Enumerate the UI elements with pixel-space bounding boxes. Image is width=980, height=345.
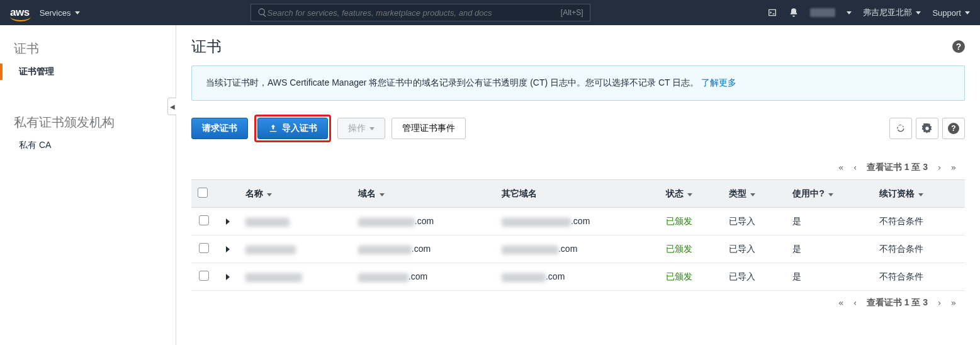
sort-caret-icon [750, 193, 755, 196]
pager-first[interactable]: « [838, 298, 843, 308]
action-bar-right: ? [889, 118, 965, 139]
banner-learn-more-link[interactable]: 了解更多 [701, 77, 736, 88]
cell-renewal: 不符合条件 [873, 235, 965, 263]
cell-in-use: 是 [786, 235, 872, 263]
certificates-table: 名称 域名 其它域名 状态 类型 使用中? 续订资格 .com .com 已颁发… [191, 179, 965, 291]
col-header-in-use[interactable]: 使用中? [786, 180, 872, 208]
import-highlight: 导入证书 [254, 115, 331, 142]
cell-domain: .com [352, 235, 495, 263]
pager-last[interactable]: » [951, 298, 956, 308]
pager-label: 查看证书 1 至 3 [867, 297, 928, 308]
expand-row-icon[interactable] [226, 218, 230, 225]
select-all-checkbox[interactable] [198, 188, 208, 198]
search-input[interactable] [268, 8, 561, 18]
table-row: .com .com 已颁发 已导入 是 不符合条件 [191, 235, 965, 263]
bell-icon[interactable] [789, 8, 799, 18]
col-header-other-domains[interactable]: 其它域名 [495, 180, 660, 208]
global-search[interactable]: [Alt+S] [251, 4, 590, 21]
main-content: 证书 ? 当续订证书时，AWS Certificate Manager 将您证书… [176, 25, 980, 345]
cell-in-use: 是 [786, 263, 872, 291]
cell-domain: .com [352, 263, 495, 291]
sidebar-group-certificates: 证书 [0, 37, 176, 64]
sidebar-group-pca: 私有证书颁发机构 [0, 110, 176, 137]
gear-icon [922, 123, 932, 133]
actions-label: 操作 [348, 123, 366, 134]
actions-dropdown[interactable]: 操作 [337, 118, 385, 139]
sort-caret-icon [828, 193, 833, 196]
pager-prev[interactable]: ‹ [852, 162, 857, 172]
banner-text: 当续订证书时，AWS Certificate Manager 将您证书中的域名记… [206, 77, 699, 88]
col-header-domain[interactable]: 域名 [352, 180, 495, 208]
app-shell: ◀ 证书 证书管理 私有证书颁发机构 私有 CA 证书 ? 当续订证书时，AWS… [0, 25, 980, 345]
top-nav-right: 弗吉尼亚北部 Support [767, 7, 970, 18]
row-checkbox[interactable] [199, 271, 209, 281]
cell-status: 已颁发 [660, 235, 723, 263]
pager-last[interactable]: » [951, 162, 956, 172]
page-header: 证书 ? [191, 37, 965, 57]
col-header-renewal[interactable]: 续订资格 [873, 180, 965, 208]
cell-type: 已导入 [723, 235, 786, 263]
cell-name [239, 208, 352, 235]
account-caret-icon [847, 11, 852, 14]
sidebar-collapse-handle[interactable]: ◀ [167, 98, 176, 115]
table-row: .com .com 已颁发 已导入 是 不符合条件 [191, 263, 965, 291]
pager-prev[interactable]: ‹ [852, 298, 857, 308]
expand-row-icon[interactable] [226, 274, 230, 280]
settings-button[interactable] [916, 118, 938, 139]
row-checkbox[interactable] [199, 215, 209, 225]
pager-label: 查看证书 1 至 3 [867, 162, 928, 173]
services-menu[interactable]: Services [40, 8, 80, 18]
sort-caret-icon [918, 193, 923, 196]
refresh-icon [896, 123, 906, 133]
pager-bottom: « ‹ 查看证书 1 至 3 › » [191, 291, 965, 315]
action-bar: 请求证书 导入证书 操作 管理证书事件 ? [191, 115, 965, 142]
caret-down-icon [916, 11, 921, 14]
support-menu[interactable]: Support [932, 8, 970, 18]
pager-top: « ‹ 查看证书 1 至 3 › » [191, 156, 965, 179]
manage-events-button[interactable]: 管理证书事件 [391, 118, 466, 139]
cell-type: 已导入 [723, 263, 786, 291]
help-button[interactable]: ? [942, 118, 965, 139]
support-label: Support [932, 8, 961, 18]
ct-info-banner: 当续订证书时，AWS Certificate Manager 将您证书中的域名记… [191, 65, 965, 101]
cell-other-domains: .com [495, 235, 660, 263]
page-title: 证书 [191, 37, 222, 57]
request-certificate-button[interactable]: 请求证书 [191, 118, 248, 139]
search-shortcut: [Alt+S] [561, 8, 583, 17]
col-header-status[interactable]: 状态 [660, 180, 723, 208]
cell-other-domains: .com [495, 208, 660, 235]
cell-renewal: 不符合条件 [873, 263, 965, 291]
cell-type: 已导入 [723, 208, 786, 235]
sort-caret-icon [267, 193, 272, 196]
cell-other-domains: .com [495, 263, 660, 291]
region-label: 弗吉尼亚北部 [863, 7, 912, 18]
question-icon: ? [948, 123, 959, 134]
row-checkbox[interactable] [199, 243, 209, 253]
cell-name [239, 235, 352, 263]
expand-row-icon[interactable] [226, 246, 230, 252]
help-icon[interactable]: ? [952, 40, 965, 53]
sort-caret-icon [687, 193, 692, 196]
upload-icon [268, 123, 278, 133]
col-header-name[interactable]: 名称 [239, 180, 352, 208]
refresh-button[interactable] [889, 118, 912, 139]
account-label-redacted[interactable] [810, 8, 835, 17]
sort-caret-icon [380, 193, 385, 196]
col-header-type[interactable]: 类型 [723, 180, 786, 208]
cell-in-use: 是 [786, 208, 872, 235]
pager-next[interactable]: › [937, 162, 942, 172]
cell-name [239, 263, 352, 291]
search-icon [257, 8, 268, 18]
caret-down-icon [369, 127, 375, 130]
import-certificate-button[interactable]: 导入证书 [257, 118, 328, 139]
cell-renewal: 不符合条件 [873, 208, 965, 235]
services-label: Services [40, 8, 71, 18]
aws-logo[interactable]: aws [10, 6, 30, 19]
pager-next[interactable]: › [937, 298, 942, 308]
sidebar-item-certificate-management[interactable]: 证书管理 [0, 64, 176, 80]
sidebar-item-private-ca[interactable]: 私有 CA [0, 137, 176, 154]
cloudshell-icon[interactable] [767, 8, 777, 18]
top-nav: aws Services [Alt+S] 弗吉尼亚北部 Support [0, 0, 980, 25]
region-selector[interactable]: 弗吉尼亚北部 [863, 7, 921, 18]
pager-first[interactable]: « [838, 162, 843, 172]
